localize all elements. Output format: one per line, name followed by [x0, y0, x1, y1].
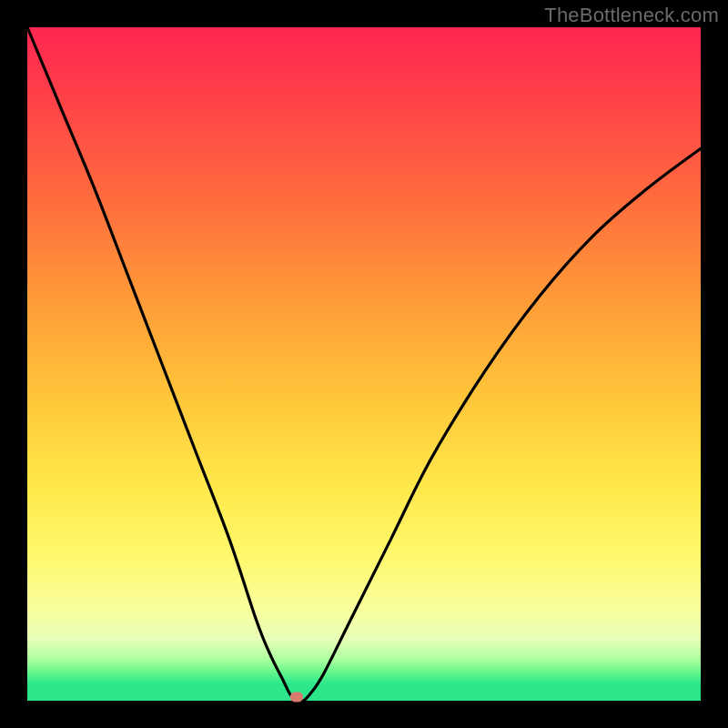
watermark-text: TheBottleneck.com	[544, 4, 719, 27]
minimum-marker	[290, 693, 303, 703]
bottleneck-curve	[27, 27, 701, 701]
plot-area	[27, 27, 701, 701]
outer-frame: TheBottleneck.com	[0, 0, 728, 728]
